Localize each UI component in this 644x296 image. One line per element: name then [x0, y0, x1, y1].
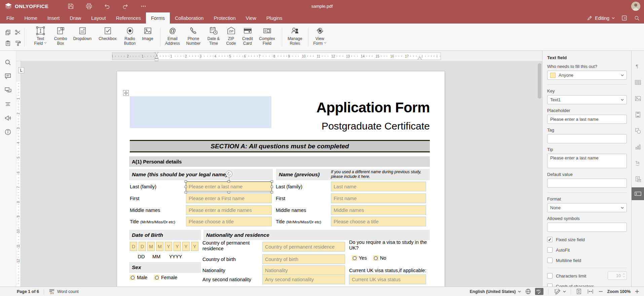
radio-button-tool[interactable]: Radio Button: [120, 26, 139, 46]
chat-icon[interactable]: [4, 86, 12, 94]
paste-icon[interactable]: [3, 38, 12, 48]
characters-limit-stepper[interactable]: 10: [608, 271, 627, 280]
mail-merge-icon[interactable]: [632, 171, 644, 187]
visa-status-field[interactable]: Current UK visa status: [349, 274, 426, 284]
open-file-location-icon[interactable]: [621, 15, 628, 21]
headings-icon[interactable]: [4, 101, 11, 108]
country-permanent-residence-field[interactable]: Country of permanent residence: [262, 242, 345, 252]
first-name-field[interactable]: Please enter a First name: [186, 193, 272, 203]
dob-box[interactable]: Y: [182, 242, 190, 251]
redo-icon[interactable]: [122, 3, 129, 10]
date-time-tool[interactable]: Date & Time: [204, 26, 223, 46]
tab-layout[interactable]: Layout: [86, 12, 111, 24]
credit-card-tool[interactable]: Credit Card: [239, 26, 256, 46]
feedback-icon[interactable]: [4, 114, 12, 122]
paragraph-settings-icon[interactable]: ¶: [632, 58, 644, 74]
tab-plugins[interactable]: Plugins: [261, 12, 288, 24]
view-form-tool[interactable]: View Form: [310, 26, 330, 46]
tag-input[interactable]: [547, 134, 627, 143]
dob-box[interactable]: M: [147, 242, 155, 251]
multiline-checkbox[interactable]: ✓Multiline field: [547, 258, 627, 263]
copy-style-icon[interactable]: [13, 38, 22, 48]
visa-yes-radio[interactable]: Yes: [352, 255, 367, 261]
last-name-previous-field[interactable]: Last name: [331, 182, 426, 191]
sex-female-radio[interactable]: Female: [154, 275, 177, 280]
tab-view[interactable]: View: [241, 12, 261, 24]
right-indent-marker[interactable]: [418, 57, 422, 60]
dob-box[interactable]: Y: [191, 242, 198, 251]
table-settings-icon[interactable]: [632, 74, 644, 90]
tab-selector[interactable]: L: [18, 67, 24, 73]
word-count-button[interactable]: 123 Word count: [49, 289, 79, 294]
track-changes-icon[interactable]: [553, 288, 566, 295]
hruler-white[interactable]: 1234567891011121314151617: [157, 52, 441, 60]
zoom-out-button[interactable]: [599, 289, 603, 294]
tab-draw[interactable]: Draw: [65, 12, 86, 24]
combo-box-tool[interactable]: Combo Box: [51, 26, 70, 46]
characters-limit-checkbox[interactable]: ✓Characters limit 10: [547, 273, 627, 279]
format-select[interactable]: None: [547, 203, 627, 212]
tab-forms[interactable]: Forms: [146, 12, 170, 24]
first-name-previous-field[interactable]: First name: [331, 193, 426, 203]
visa-no-radio[interactable]: No: [373, 255, 386, 261]
checkbox-tool[interactable]: Checkbox: [95, 26, 120, 41]
allowed-symbols-input[interactable]: [547, 223, 627, 232]
text-art-settings-icon[interactable]: Ta: [632, 155, 644, 171]
shape-settings-icon[interactable]: [632, 123, 644, 139]
role-select[interactable]: Anyone: [547, 71, 627, 80]
country-of-birth-field[interactable]: Country of birth: [262, 254, 345, 264]
key-select[interactable]: Text1: [547, 95, 627, 104]
copy-icon[interactable]: [3, 28, 12, 37]
tab-references[interactable]: References: [111, 12, 146, 24]
middle-names-field[interactable]: Please enter a middle names: [186, 205, 272, 215]
title-field[interactable]: Please choose a title: [186, 217, 272, 226]
image-tool[interactable]: Image: [139, 26, 156, 41]
vertical-scrollbar[interactable]: [538, 62, 541, 285]
vruler[interactable]: 123456789101112: [16, 61, 21, 287]
indent-marker[interactable]: [155, 52, 158, 61]
middle-names-previous-field[interactable]: Middle names: [331, 205, 426, 215]
last-name-field[interactable]: Please enter a last name: [186, 182, 272, 191]
text-field-tool[interactable]: Text Field: [30, 26, 51, 46]
more-icon[interactable]: [140, 3, 147, 10]
page-indicator[interactable]: Page 1 of 6: [17, 289, 39, 294]
dob-box[interactable]: D: [130, 242, 137, 251]
sex-male-radio[interactable]: Male: [130, 275, 147, 280]
default-value-input[interactable]: [547, 179, 627, 188]
email-address-tool[interactable]: @ Email Address: [162, 26, 183, 46]
phone-number-tool[interactable]: Phone Number: [183, 26, 204, 46]
tab-file[interactable]: File: [1, 12, 19, 24]
dob-box[interactable]: Y: [174, 242, 181, 251]
any-second-nationality-field[interactable]: Any second nationality: [262, 274, 345, 284]
dob-box[interactable]: M: [156, 242, 163, 251]
document-page[interactable]: Application Form Postgraduate Certificat…: [117, 71, 445, 287]
form-settings-icon[interactable]: [632, 187, 644, 200]
print-icon[interactable]: [85, 3, 92, 10]
image-settings-icon[interactable]: [632, 90, 644, 107]
tab-protection[interactable]: Protection: [209, 12, 240, 24]
placeholder-input[interactable]: Please enter a last name: [547, 115, 627, 124]
cut-icon[interactable]: [13, 28, 22, 37]
title-previous-field[interactable]: Please choose a title: [331, 217, 426, 226]
zip-code-tool[interactable]: ZIP ZIP Code: [223, 26, 239, 46]
complex-field-tool[interactable]: Complex Field: [256, 26, 278, 46]
fit-page-icon[interactable]: [576, 288, 582, 295]
dob-box[interactable]: Y: [165, 242, 172, 251]
undo-icon[interactable]: [104, 3, 111, 10]
user-avatar[interactable]: [631, 2, 640, 11]
move-handle-icon[interactable]: [123, 90, 129, 96]
header-footer-settings-icon[interactable]: [632, 107, 644, 123]
search-icon[interactable]: [4, 59, 11, 66]
language-selector[interactable]: English (United States): [470, 289, 521, 294]
about-icon[interactable]: [4, 128, 11, 136]
chart-settings-icon[interactable]: [632, 139, 644, 155]
comments-icon[interactable]: [4, 73, 11, 80]
zoom-in-button[interactable]: [635, 289, 639, 294]
editing-mode-selector[interactable]: Editing: [587, 15, 615, 21]
save-icon[interactable]: [67, 3, 74, 10]
rotate-handle-icon[interactable]: [226, 171, 232, 177]
tab-collaboration[interactable]: Collaboration: [170, 12, 209, 24]
nationality-field[interactable]: Nationality: [262, 265, 345, 275]
manage-roles-tool[interactable]: Manage Roles: [285, 26, 305, 46]
fit-width-icon[interactable]: [587, 288, 594, 295]
